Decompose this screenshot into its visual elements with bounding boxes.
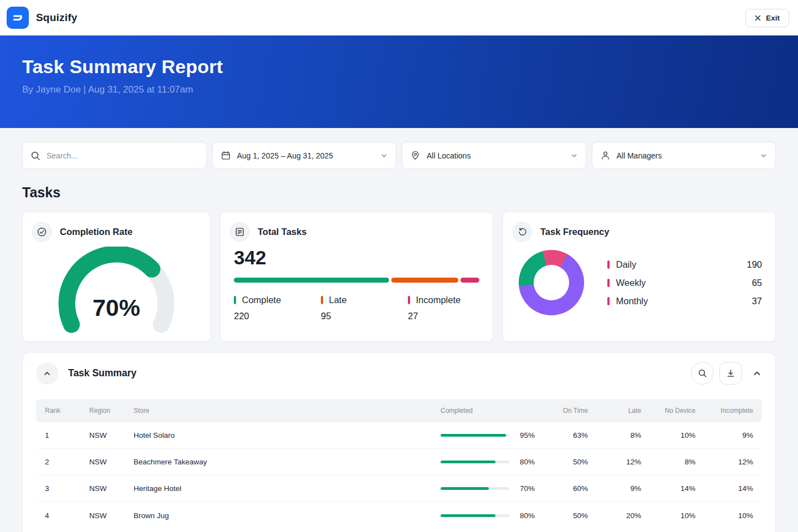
cell-on-time: 60% [535, 484, 588, 493]
cell-rank: 3 [45, 484, 89, 493]
cell-on-time: 63% [535, 431, 588, 439]
exit-label: Exit [766, 14, 780, 22]
legend-value: 95 [321, 311, 408, 321]
cell-late: 12% [588, 458, 641, 466]
table-row: 1 NSW Hotel Solaro 95% 63% 8% 10% 9% [36, 422, 762, 449]
total-tasks-card: Total Tasks 342 Complete 220 [220, 212, 493, 342]
collapse-section-button[interactable] [752, 369, 762, 378]
cell-incomplete: 14% [695, 484, 753, 493]
table-search-button[interactable] [691, 362, 714, 385]
cell-completed: 70% [441, 484, 535, 493]
collapse-button[interactable] [36, 362, 58, 385]
exit-button[interactable]: Exit [745, 9, 789, 27]
legend-marker [607, 279, 610, 287]
total-tasks-stacked-bar [234, 278, 479, 283]
legend-label: Incomplete [416, 295, 461, 305]
check-circle-icon [32, 222, 52, 242]
cell-no-device: 10% [641, 431, 695, 439]
cell-incomplete: 10% [695, 511, 753, 520]
chevron-down-icon [760, 152, 768, 160]
chevron-up-icon [43, 369, 52, 378]
cell-no-device: 8% [641, 458, 695, 466]
page-title: Task Summary Report [22, 56, 776, 78]
chevron-up-icon [752, 369, 762, 378]
task-summary-table: Rank Region Store Completed On Time Late… [36, 399, 762, 529]
cell-no-device: 10% [641, 511, 695, 520]
cell-region: NSW [89, 458, 134, 466]
cell-late: 20% [588, 511, 641, 520]
cell-store: Beachmere Takeaway [134, 458, 441, 466]
legend-marker [408, 296, 410, 304]
bar-segment-complete [234, 278, 389, 283]
search-box[interactable] [22, 142, 207, 169]
date-range-value: Aug 1, 2025 – Aug 31, 2025 [237, 151, 334, 160]
task-summary-title: Task Summary [68, 367, 136, 379]
locations-select[interactable]: All Locations [402, 142, 586, 169]
col-late: Late [588, 407, 641, 415]
tasks-section-title: Tasks [22, 185, 776, 201]
completed-percent: 80% [509, 511, 535, 520]
frequency-donut [519, 250, 584, 315]
completed-percent: 80% [509, 458, 535, 466]
task-summary-card: Task Summary [22, 352, 776, 532]
cell-late: 8% [588, 431, 641, 439]
download-icon [726, 369, 735, 378]
cell-completed: 80% [441, 458, 535, 466]
total-tasks-title: Total Tasks [258, 227, 306, 237]
locations-value: All Locations [427, 151, 470, 160]
legend-item-weekly: Weekly 65 [607, 278, 762, 288]
completion-rate-value: 70% [54, 294, 178, 321]
task-frequency-title: Task Frequency [540, 227, 609, 237]
cell-region: NSW [89, 484, 134, 493]
legend-item-incomplete: Incomplete 27 [408, 295, 479, 321]
cell-late: 9% [588, 484, 641, 493]
completed-percent: 95% [509, 431, 535, 439]
legend-marker [607, 260, 610, 269]
col-no-device: No Device [641, 407, 695, 415]
chevron-down-icon [380, 152, 388, 160]
legend-marker [234, 296, 236, 304]
legend-value: 37 [752, 296, 762, 306]
hero-banner: Task Summary Report By Jayne Doe | Aug 3… [0, 35, 798, 128]
legend-marker [607, 297, 610, 305]
task-frequency-card: Task Frequency Daily 190 Weekly 65 Month… [503, 212, 776, 342]
legend-label: Late [329, 295, 347, 305]
search-icon [698, 369, 707, 378]
kpi-cards-row: Completion Rate 70% Total Tasks 342 [22, 212, 776, 342]
cell-store: Hotel Solaro [134, 431, 441, 439]
legend-value: 220 [234, 311, 321, 321]
col-region: Region [89, 407, 134, 415]
frequency-legend: Daily 190 Weekly 65 Monthly 37 [607, 259, 762, 306]
completion-rate-title: Completion Rate [60, 227, 132, 237]
cell-incomplete: 9% [695, 431, 753, 439]
legend-label: Daily [616, 259, 637, 270]
cell-completed: 95% [441, 431, 535, 439]
managers-select[interactable]: All Managers [592, 142, 776, 169]
progress-track [441, 461, 509, 463]
legend-value: 190 [746, 259, 762, 270]
legend-label: Monthly [616, 296, 648, 306]
filter-bar: Aug 1, 2025 – Aug 31, 2025 All Locations [22, 142, 776, 169]
location-pin-icon [410, 150, 421, 161]
search-input[interactable] [47, 151, 198, 160]
cell-store: Brown Jug [134, 511, 441, 520]
cell-rank: 2 [45, 458, 89, 466]
chevron-down-icon [570, 152, 578, 160]
progress-track [441, 514, 509, 517]
progress-fill [441, 514, 495, 517]
legend-value: 27 [408, 311, 479, 321]
person-icon [600, 150, 611, 161]
cell-store: Heritage Hotel [134, 484, 441, 493]
progress-track [441, 487, 509, 490]
date-range-select[interactable]: Aug 1, 2025 – Aug 31, 2025 [212, 142, 397, 169]
legend-item-monthly: Monthly 37 [607, 296, 762, 306]
progress-fill [441, 434, 506, 437]
table-row: 2 NSW Beachmere Takeaway 80% 50% 12% 8% … [36, 449, 762, 475]
progress-fill [441, 461, 495, 463]
download-button[interactable] [719, 362, 742, 385]
table-row: 4 NSW Brown Jug 80% 50% 20% 10% 10% [36, 502, 762, 529]
cell-region: NSW [89, 511, 134, 520]
cell-no-device: 14% [641, 484, 695, 493]
close-icon [755, 15, 761, 21]
task-list-icon [229, 222, 250, 242]
